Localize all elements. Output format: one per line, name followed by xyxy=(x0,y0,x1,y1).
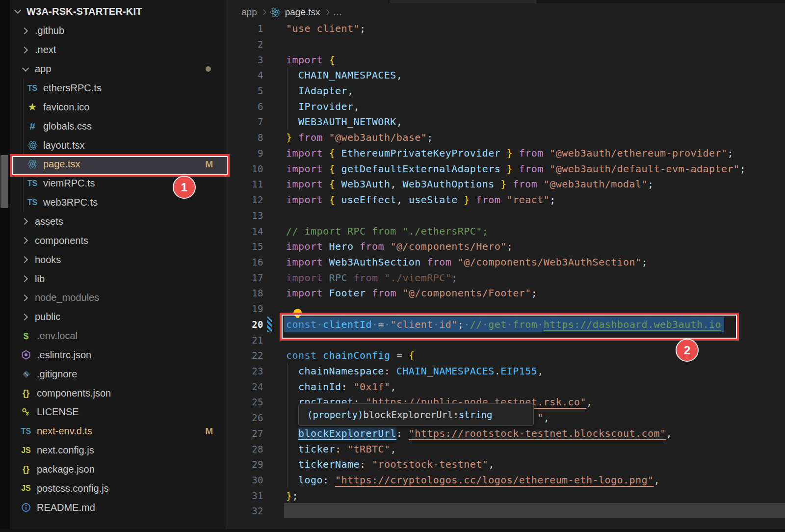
tab-strip[interactable] xyxy=(226,0,785,3)
sidebar-item-env-local[interactable]: $.env.local xyxy=(10,326,226,346)
code-line-24[interactable]: 24 chainId: "0x1f", xyxy=(226,379,785,395)
code-line-17[interactable]: 17import RPC from "./viemRPC"; xyxy=(226,270,785,286)
code-line-3[interactable]: 3import { xyxy=(226,52,785,68)
chevron-right-icon xyxy=(261,9,266,15)
annotation-marker-2: 2 xyxy=(676,339,699,362)
breadcrumb-file[interactable]: page.tsx xyxy=(285,7,320,18)
code-line-18[interactable]: 18import Footer from "@/components/Foote… xyxy=(226,286,785,301)
sidebar-item-ethersrpc-ts[interactable]: TSethersRPC.ts xyxy=(10,79,226,98)
code-line-10[interactable]: 10import { getDefaultExternalAdapters } … xyxy=(226,161,785,177)
sidebar-item-globals-css[interactable]: #globals.css xyxy=(10,117,226,136)
code-line-7[interactable]: 7 WEB3AUTH_NETWORK, xyxy=(226,114,785,130)
breadcrumb-symbol[interactable]: … xyxy=(333,7,342,18)
sidebar-item-layout-tsx[interactable]: layout.tsx xyxy=(10,136,226,155)
modified-line-gutter-marker xyxy=(267,317,272,332)
chevron-down-icon xyxy=(14,7,21,14)
code-line-14[interactable]: 14// import RPC from "./ethersRPC"; xyxy=(226,223,785,239)
code-line-11[interactable]: 11import { Web3Auth, Web3AuthOptions } f… xyxy=(226,177,785,192)
sidebar-item-next-env-d-ts[interactable]: TSnext-env.d.tsM xyxy=(10,422,226,441)
line-number: 4 xyxy=(226,70,263,80)
code-line-21[interactable]: 21 xyxy=(226,332,785,348)
sidebar-item-package-json[interactable]: {}package.json xyxy=(10,460,226,479)
sidebar-item-github[interactable]: .github xyxy=(10,22,226,41)
annotation-marker-1: 1 xyxy=(173,176,196,199)
code-line-12[interactable]: 12import { useEffect, useState } from "r… xyxy=(226,192,785,208)
code-line-1[interactable]: 1"use client"; xyxy=(226,21,785,36)
code-line-31[interactable]: 31}; xyxy=(226,488,785,504)
sidebar-item-components[interactable]: components xyxy=(10,231,226,250)
code-line-29[interactable]: 29 tickerName: "rootstock-testnet", xyxy=(226,456,785,472)
line-number: 17 xyxy=(226,272,263,283)
sidebar-item-web3rpc-ts[interactable]: TSweb3RPC.ts xyxy=(10,193,226,212)
project-root-header[interactable]: W3A-RSK-STARTER-KIT xyxy=(10,3,226,20)
code-line-28[interactable]: 28 ticker: "tRBTC", xyxy=(226,441,785,457)
sidebar-item-lib[interactable]: lib xyxy=(10,269,226,289)
code-line-22[interactable]: 22const chainConfig = { xyxy=(226,347,785,363)
sidebar-item-license[interactable]: LICENSE xyxy=(10,403,226,422)
env-icon: $ xyxy=(20,331,32,342)
code-line-30[interactable]: 30 logo: "https://cryptologos.cc/logos/e… xyxy=(226,472,785,488)
sidebar-item-readme-md[interactable]: README.md xyxy=(10,498,226,517)
sidebar-item-postcss-config-js[interactable]: JSpostcss.config.js xyxy=(10,479,226,498)
code-line-9[interactable]: 9import { EthereumPrivateKeyProvider } f… xyxy=(226,145,785,161)
chevron-right-icon xyxy=(21,275,28,282)
vscode-window: W3A-RSK-STARTER-KIT .github.nextappTSeth… xyxy=(0,0,785,532)
sidebar-item-eslintrc-json[interactable]: .eslintrc.json xyxy=(10,346,226,365)
sidebar-item-components-json[interactable]: {}components.json xyxy=(10,384,226,403)
code-text: chainNamespace: CHAIN_NAMESPACES.EIP155, xyxy=(286,365,544,377)
file-label: .env.local xyxy=(37,330,78,342)
sidebar-item-favicon-ico[interactable]: ★favicon.ico xyxy=(10,98,226,117)
code-line-20[interactable]: 20const·clientId·=·"client·id";·//·get·f… xyxy=(226,317,785,332)
file-label: favicon.ico xyxy=(43,102,90,113)
code-line-16[interactable]: 16import Web3AuthSection from "@/compone… xyxy=(226,254,785,270)
code-line-6[interactable]: 6 IProvider, xyxy=(226,99,785,114)
sidebar-item-assets[interactable]: assets xyxy=(10,212,226,231)
line-number: 18 xyxy=(226,288,263,298)
line-number: 11 xyxy=(226,179,263,189)
code-line-19[interactable]: 19 xyxy=(226,301,785,317)
code-line-13[interactable]: 13 xyxy=(226,208,785,223)
code-line-23[interactable]: 23 chainNamespace: CHAIN_NAMESPACES.EIP1… xyxy=(226,363,785,379)
sidebar-item-public[interactable]: public xyxy=(10,307,226,326)
code-line-2[interactable]: 2 xyxy=(226,36,785,52)
code-text: }; xyxy=(286,490,298,502)
chevron-right-icon xyxy=(324,9,329,15)
file-label: assets xyxy=(35,216,63,227)
code-text: tickerName: "rootstock-testnet", xyxy=(286,458,495,470)
git-modified-badge: M xyxy=(205,159,213,170)
tooltip-type: string xyxy=(459,409,493,420)
code-line-27[interactable]: 27 blockExplorerUrl: "https://rootstock-… xyxy=(226,426,785,441)
file-label: .github xyxy=(35,25,64,36)
json-icon: {} xyxy=(20,388,32,399)
file-label: globals.css xyxy=(43,121,92,132)
sidebar-item-next[interactable]: .next xyxy=(10,40,226,59)
react-icon xyxy=(270,7,281,18)
window-left-edge xyxy=(0,0,10,532)
code-text: import { xyxy=(286,54,335,66)
code-text: import Web3AuthSection from "@/component… xyxy=(286,256,648,268)
breadcrumb-folder[interactable]: app xyxy=(241,7,257,18)
line-number: 15 xyxy=(226,241,263,252)
sidebar-item-next-config-js[interactable]: JSnext.config.js xyxy=(10,441,226,460)
sidebar-item-gitignore[interactable]: .gitignore xyxy=(10,365,226,384)
code-text: IAdapter, xyxy=(286,85,353,97)
code-line-4[interactable]: 4 CHAIN_NAMESPACES, xyxy=(226,67,785,83)
code-line-5[interactable]: 5 IAdapter, xyxy=(226,83,785,99)
line-number: 24 xyxy=(226,381,263,392)
sidebar-item-app[interactable]: app xyxy=(10,59,226,79)
sidebar-item-page-tsx[interactable]: page.tsxM xyxy=(10,155,226,174)
lightbulb-icon[interactable] xyxy=(293,309,302,317)
file-label: components xyxy=(35,235,88,246)
react-icon xyxy=(26,140,39,151)
code-text: blockExplorerUrl: "https://rootstock-tes… xyxy=(286,427,672,439)
sidebar-item-hooks[interactable]: hooks xyxy=(10,250,226,269)
git-modified-badge: M xyxy=(205,426,213,437)
code-line-15[interactable]: 15import Hero from "@/components/Hero"; xyxy=(226,239,785,254)
chevron-right-icon xyxy=(21,47,28,53)
star-icon: ★ xyxy=(26,101,39,113)
partial-line-highlight xyxy=(284,503,785,518)
file-label: layout.tsx xyxy=(43,140,84,151)
sidebar-item-node-modules[interactable]: node_modules xyxy=(10,289,226,308)
code-line-8[interactable]: 8} from "@web3auth/base"; xyxy=(226,130,785,145)
code-text: import { useEffect, useState } from "rea… xyxy=(286,194,556,206)
